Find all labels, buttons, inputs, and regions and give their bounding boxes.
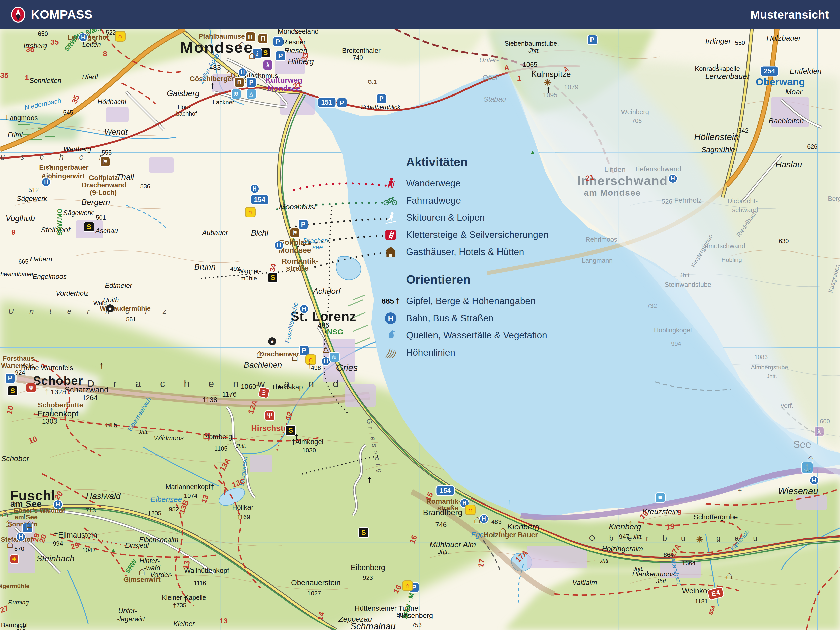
map-label: Hinter- bbox=[139, 557, 160, 565]
map-label: 1065 bbox=[523, 60, 537, 68]
parking-icon: P bbox=[377, 94, 386, 103]
hut-icon: ⌂ bbox=[10, 496, 17, 510]
map-label: Jägermühle bbox=[0, 583, 30, 590]
map-label: Sägewerk bbox=[63, 209, 93, 217]
map-label: Brunn bbox=[194, 262, 216, 272]
chapel-cross-icon: † bbox=[308, 362, 312, 370]
map-label: 1303 bbox=[42, 418, 57, 425]
map-label: 1116 bbox=[194, 579, 206, 587]
bus-stop-icon: H bbox=[251, 185, 259, 193]
parking-icon: P bbox=[338, 98, 347, 107]
hiker-faded-icon: λ bbox=[815, 427, 824, 436]
legend-item-label: Gasthäuser, Hotels & Hütten bbox=[406, 247, 524, 257]
map-label: Schoberhütte bbox=[38, 401, 83, 409]
bus-stop-icon: H bbox=[238, 68, 247, 76]
legend-item: HBahn, Bus & Straßen bbox=[382, 310, 549, 326]
map-label: 665 bbox=[18, 258, 28, 265]
map-label: Weinberg bbox=[621, 108, 649, 116]
road-shield: 151 bbox=[318, 98, 335, 107]
chapel-cross-icon: † bbox=[546, 86, 551, 94]
map-label: Sonnleitn bbox=[8, 520, 38, 528]
bus-stop-icon: H bbox=[669, 175, 677, 183]
map-label: Ober- bbox=[482, 74, 500, 82]
map-label: Wallhüttenkopf bbox=[184, 567, 229, 574]
map-label: See bbox=[793, 439, 811, 450]
map-label: 1105 bbox=[215, 445, 227, 452]
map-label: 501 bbox=[96, 214, 106, 221]
map-label: 626 bbox=[807, 143, 817, 150]
legend-item: Wanderwege bbox=[382, 175, 549, 191]
map-label: 1047 bbox=[82, 546, 96, 554]
viewpoint-icon: ★ bbox=[106, 305, 114, 313]
legend-item: Skitouren & Loipen bbox=[382, 210, 549, 226]
route-number: 21 bbox=[585, 173, 595, 183]
map-label: Riedl bbox=[82, 73, 98, 81]
legend-item-label: Gipfel, Berge & Höhenangaben bbox=[406, 296, 535, 306]
map-label: Voglhub bbox=[6, 214, 35, 223]
map-label: Linden bbox=[604, 166, 625, 174]
road-shield: 154 bbox=[251, 195, 268, 204]
map-label: 815 bbox=[106, 421, 117, 429]
contour-icon bbox=[382, 347, 399, 358]
legend-activities-title: Aktivitäten bbox=[406, 155, 549, 169]
legend-item-label: Fahrradwege bbox=[406, 195, 461, 206]
road-shield: 254 bbox=[761, 66, 778, 76]
viewpoint-icon: ★ bbox=[268, 338, 276, 346]
map-label: 498 bbox=[311, 365, 321, 371]
map-label: Eibensee bbox=[150, 495, 182, 504]
parking-icon: P bbox=[247, 78, 256, 87]
map-label: Höblingkogel bbox=[654, 326, 692, 334]
map-label: Gaisberg bbox=[167, 89, 200, 98]
map-label: Haslwald bbox=[86, 491, 121, 501]
tower-icon: ▲ bbox=[277, 383, 282, 389]
map-label: Jhtt. bbox=[236, 443, 246, 449]
map-label: 878 bbox=[16, 625, 26, 630]
map-label: Jhtt. bbox=[767, 373, 777, 380]
ladder-icon bbox=[382, 229, 399, 241]
map-label: Frauenkopf bbox=[38, 409, 78, 418]
map-label: Berge bbox=[828, 194, 840, 202]
chapel-cross-icon: † bbox=[22, 512, 27, 520]
map-label: Jhtt. bbox=[600, 558, 610, 564]
map-label: Höribachl bbox=[97, 98, 126, 106]
hut-icon: ⌂ bbox=[46, 169, 53, 183]
route-number: 35 bbox=[26, 45, 34, 54]
map-label: Jhtt. bbox=[656, 578, 668, 585]
map-label: 740 bbox=[353, 54, 363, 61]
map-label: Almbergstube bbox=[751, 364, 788, 371]
map-label: 1079 bbox=[564, 84, 579, 91]
hut-icon: ⌂ bbox=[474, 513, 481, 526]
map-label: 545 bbox=[63, 109, 73, 116]
map-label: Bergern bbox=[81, 197, 110, 207]
map-label: Schober bbox=[1, 454, 29, 463]
map-label: Aschau bbox=[95, 227, 118, 235]
map-label: Plankenmoos bbox=[632, 570, 675, 578]
map-label: Oberwang bbox=[756, 76, 805, 87]
map-label: e u s c h e n bbox=[0, 153, 110, 161]
map-label: Moar bbox=[785, 88, 802, 96]
route-number: 13 bbox=[182, 560, 191, 570]
spa-icon: ∩ bbox=[246, 208, 255, 217]
map-label: Diebrecht- bbox=[727, 197, 758, 205]
golf-icon: ⚑ bbox=[101, 157, 110, 166]
map-label: Jhtt. bbox=[138, 429, 149, 436]
map-label: Holzingeralm bbox=[602, 545, 643, 553]
route-number: 1 bbox=[25, 73, 29, 82]
hut-icon: ⌂ bbox=[26, 517, 33, 531]
map-label: Langmoos bbox=[6, 114, 38, 122]
hut-icon: ⌂ bbox=[500, 523, 507, 537]
bus-stop-icon: H bbox=[810, 476, 818, 484]
hut-icon: ⌂ bbox=[138, 564, 145, 578]
spring-icon bbox=[382, 329, 399, 341]
legend-item-label: Höhenlinien bbox=[406, 347, 455, 358]
legend-orientation-title: Orientieren bbox=[406, 273, 549, 287]
map-label: Kienberg bbox=[609, 522, 641, 531]
summer-toboggan-icon: S bbox=[261, 48, 270, 57]
chapel-cross-icon: † bbox=[49, 407, 54, 415]
map-label: Golfplatz bbox=[89, 174, 118, 182]
anchor-icon: ⚓ bbox=[802, 463, 813, 473]
map-label: 1074 bbox=[184, 493, 197, 499]
map-label: Jhtt. bbox=[438, 548, 449, 556]
map-label: Siebenbaumstube. bbox=[504, 39, 559, 47]
map-label: Aubauer bbox=[202, 229, 228, 237]
